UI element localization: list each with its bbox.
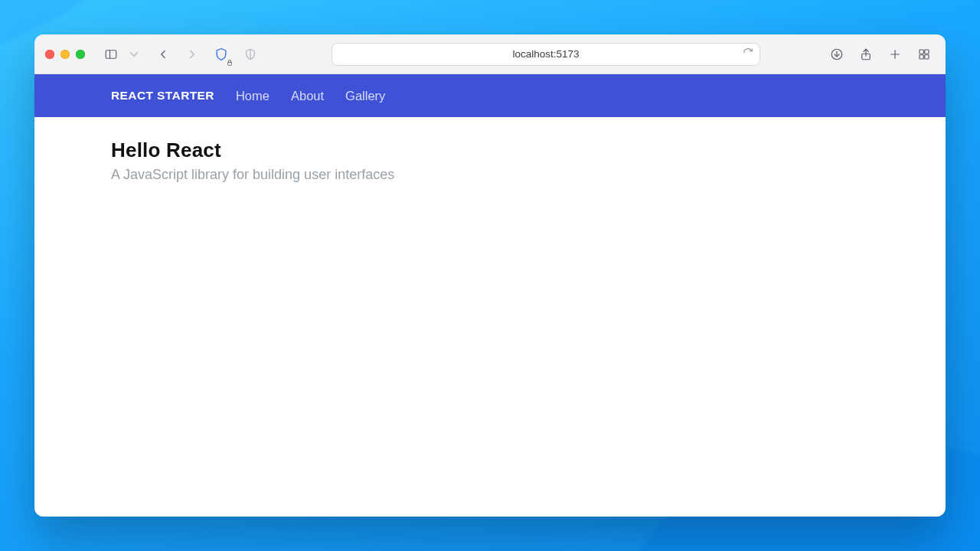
svg-rect-2 — [228, 62, 232, 65]
shield-icon[interactable] — [240, 44, 261, 65]
svg-rect-10 — [925, 50, 929, 54]
svg-rect-0 — [106, 50, 116, 58]
nav-links: Home About Gallery — [236, 89, 385, 103]
tab-group-dropdown[interactable] — [123, 44, 145, 65]
browser-window: localhost:5173 — [34, 34, 946, 517]
nav-link-gallery[interactable]: Gallery — [345, 89, 385, 103]
nav-back-button[interactable] — [152, 44, 174, 65]
window-controls — [45, 50, 85, 59]
page-title: Hello React — [111, 139, 869, 162]
nav-link-home[interactable]: Home — [236, 89, 270, 103]
svg-rect-11 — [920, 54, 923, 58]
svg-rect-9 — [920, 50, 923, 54]
window-zoom-button[interactable] — [76, 50, 85, 59]
reload-button[interactable] — [743, 47, 753, 60]
sidebar-toggle-button[interactable] — [100, 44, 122, 65]
nav-forward-button[interactable] — [181, 44, 203, 65]
window-minimize-button[interactable] — [60, 50, 70, 59]
downloads-button[interactable] — [826, 44, 848, 65]
page-content: Hello React A JavaScript library for bui… — [34, 117, 946, 204]
share-button[interactable] — [855, 44, 877, 65]
browser-toolbar: localhost:5173 — [34, 34, 946, 74]
desktop-wallpaper: localhost:5173 — [0, 0, 980, 551]
address-text: localhost:5173 — [512, 48, 579, 60]
window-close-button[interactable] — [45, 50, 54, 59]
app-navbar: REACT STARTER Home About Gallery — [34, 74, 946, 117]
page-subtitle: A JavaScript library for building user i… — [111, 167, 869, 183]
svg-rect-12 — [925, 54, 929, 58]
address-bar[interactable]: localhost:5173 — [332, 43, 760, 66]
app-brand: REACT STARTER — [111, 89, 214, 103]
privacy-report-icon[interactable] — [211, 44, 232, 65]
webview: REACT STARTER Home About Gallery Hello R… — [34, 74, 946, 517]
tab-overview-button[interactable] — [913, 44, 935, 65]
nav-link-about[interactable]: About — [291, 89, 324, 103]
new-tab-button[interactable] — [884, 44, 906, 65]
